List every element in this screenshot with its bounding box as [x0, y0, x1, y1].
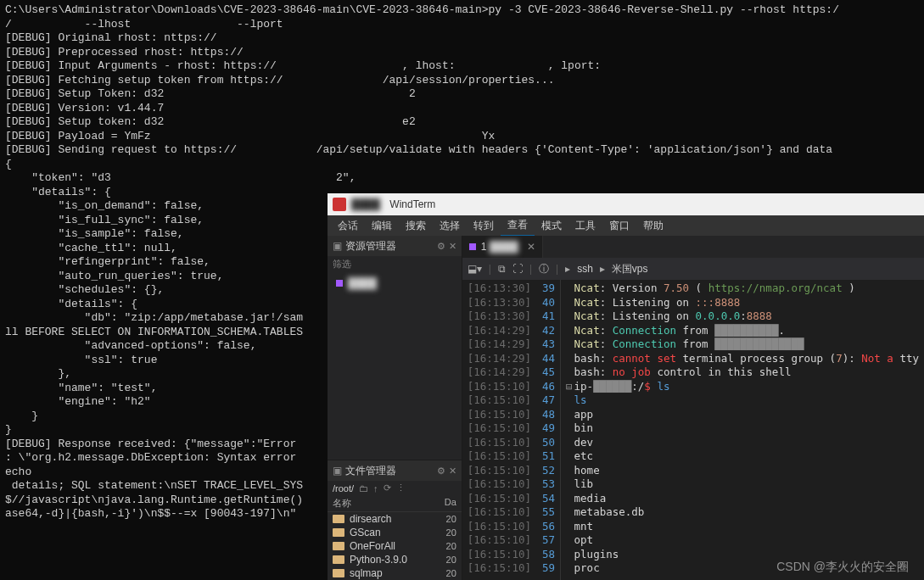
gutter-row: [16:14:29]42 [462, 324, 560, 338]
terminal-row: home [566, 464, 919, 478]
menu-item[interactable]: 模式 [535, 216, 568, 236]
folder-icon [333, 555, 344, 564]
file-row[interactable]: dirsearch20 [328, 512, 462, 526]
menu-item[interactable]: 编辑 [365, 216, 399, 236]
fold-icon[interactable]: ⊟ [566, 380, 574, 393]
file-manager-panel: ▣ 文件管理器 ⚙ ✕ /root/ 🗀 ↑ ⟳ ⋮ 名称 Da di [328, 460, 462, 580]
terminal-line: [DEBUG] Input Arguments - rhost: https:/… [5, 59, 919, 74]
terminal-line: [DEBUG] Preprocessed rhost: https:// [5, 46, 919, 60]
refresh-icon[interactable]: ⟳ [384, 482, 391, 494]
close-icon[interactable]: ✕ [449, 241, 456, 252]
terminal-row: ls [566, 393, 919, 408]
menu-item[interactable]: 工具 [568, 216, 602, 236]
col-date[interactable]: Da [445, 497, 456, 510]
gear-icon[interactable]: ⚙ [437, 241, 445, 252]
terminal-row: mnt [566, 520, 919, 534]
file-row[interactable]: Python-3.9.020 [328, 553, 462, 566]
windterm-window: ████ WindTerm 会话编辑搜索选择转到查看模式工具窗口帮助 ▣ 资源管… [328, 193, 924, 580]
tab-session[interactable]: 1 ████ ✕ [462, 236, 543, 258]
resource-panel-header: ▣ 资源管理器 ⚙ ✕ [328, 236, 462, 256]
resource-panel-title: 资源管理器 [345, 239, 396, 254]
terminal-line: [DEBUG] Setup Token: d32 2 [5, 87, 919, 102]
chevron-right-icon: ▸ [600, 263, 605, 275]
more-icon[interactable]: ⋮ [396, 482, 406, 494]
breadcrumb-host[interactable]: 米国vps [612, 262, 648, 276]
info-icon[interactable]: ⓘ [539, 262, 549, 276]
tab-dot-icon [469, 243, 476, 250]
resource-icon: ▣ [333, 240, 342, 252]
gear-icon[interactable]: ⚙ [437, 466, 445, 477]
terminal-line: [DEBUG] Setup token: d32 e2 [5, 115, 919, 130]
titlebar-host: ████ [351, 198, 380, 210]
gutter-row: [16:15:10]53 [462, 477, 560, 492]
terminal-row: opt [566, 533, 919, 548]
col-name[interactable]: 名称 [333, 497, 445, 510]
gutter-row: [16:15:10]50 [462, 436, 560, 450]
terminal-row: bin [566, 421, 919, 436]
file-date: 20 [446, 514, 456, 524]
new-window-icon[interactable]: ⧉ [498, 263, 506, 275]
terminal-row: proc [566, 561, 919, 576]
terminal-content[interactable]: Ncat: Version 7.50 ( https://nmap.org/nc… [561, 280, 924, 580]
menu-item[interactable]: 查看 [501, 215, 535, 237]
gutter-row: [16:13:30]40 [462, 296, 560, 310]
windterm-titlebar[interactable]: ████ WindTerm [328, 193, 924, 215]
menu-item[interactable]: 选择 [433, 216, 467, 236]
folder-icon [333, 515, 344, 523]
file-name: OneForAll [350, 540, 446, 552]
path-text[interactable]: /root/ [333, 483, 354, 494]
menu-item[interactable]: 转到 [467, 216, 501, 236]
windterm-menubar: 会话编辑搜索选择转到查看模式工具窗口帮助 [328, 215, 924, 236]
up-icon[interactable]: ↑ [373, 483, 378, 494]
filter-label[interactable]: 筛选 [328, 256, 462, 272]
windterm-toolbar: ⬓▾ | ⧉ ⛶ | ⓘ | ▸ ssh ▸ 米国vps [462, 258, 924, 280]
gutter-row: [16:15:10]46 [462, 380, 560, 394]
menu-item[interactable]: 搜索 [399, 216, 433, 236]
terminal-row: Ncat: Connection from ██████████. [566, 324, 919, 338]
menu-item[interactable]: 帮助 [636, 216, 670, 236]
menu-item[interactable]: 窗口 [602, 216, 636, 236]
file-panel-title: 文件管理器 [345, 464, 396, 478]
resource-item[interactable]: ████ [333, 276, 456, 291]
gutter-row: [16:15:10]55 [462, 505, 560, 520]
terminal-row: media [566, 492, 919, 506]
file-list-header: 名称 Da [328, 495, 462, 512]
windterm-main: 1 ████ ✕ ⬓▾ | ⧉ ⛶ | ⓘ | ▸ ssh ▸ 米国vps [462, 236, 924, 580]
file-name: sqlmap [350, 567, 446, 579]
folder-icon [333, 528, 344, 537]
menu-item[interactable]: 会话 [331, 216, 365, 236]
breadcrumb-ssh[interactable]: ssh [577, 263, 593, 275]
file-date: 20 [446, 541, 456, 551]
tab-index: 1 [481, 241, 487, 253]
terminal-line: [DEBUG] Version: v1.44.7 [5, 102, 919, 116]
windterm-logo-icon [333, 198, 346, 211]
windterm-sidebar: ▣ 资源管理器 ⚙ ✕ 筛选 ████ ▣ 文件管理器 ⚙ ✕ /root/ 🗀 [328, 236, 462, 580]
split-icon[interactable]: ⬓▾ [468, 263, 482, 275]
file-path-bar: /root/ 🗀 ↑ ⟳ ⋮ [328, 481, 462, 495]
gutter-row: [16:15:10]57 [462, 533, 560, 548]
terminal-line: [DEBUG] Original rhost: nttps:// [5, 31, 919, 46]
gutter-row: [16:15:10]52 [462, 464, 560, 478]
terminal-line: [DEBUG] Payload = YmFz Yx [5, 130, 919, 144]
gutter-row: [16:13:30]39 [462, 282, 560, 296]
fullscreen-icon[interactable]: ⛶ [512, 263, 523, 275]
terminal-row: Ncat: Listening on 0.0.0.0:8888 [566, 310, 919, 324]
folder-open-icon[interactable]: 🗀 [359, 483, 368, 494]
file-row[interactable]: OneForAll20 [328, 539, 462, 553]
gutter-row: [16:14:29]45 [462, 365, 560, 380]
terminal-row: plugins [566, 548, 919, 562]
gutter-row: [16:13:30]41 [462, 310, 560, 324]
gutter-row: [16:15:10]47 [462, 393, 560, 408]
file-row[interactable]: sqlmap20 [328, 566, 462, 580]
terminal-row: Ncat: Connection from ██████████████ [566, 337, 919, 352]
file-row[interactable]: GScan20 [328, 526, 462, 539]
gutter-row: [16:14:29]44 [462, 352, 560, 366]
terminal-row: metabase.db [566, 505, 919, 520]
terminal-gutter: [16:13:30]39[16:13:30]40[16:13:30]41[16:… [462, 280, 561, 580]
windterm-terminal[interactable]: [16:13:30]39[16:13:30]40[16:13:30]41[16:… [462, 280, 924, 580]
resource-label: ████ [348, 277, 377, 289]
terminal-line: [DEBUG] Sending request to https:// /api… [5, 143, 919, 158]
file-name: GScan [350, 527, 446, 538]
close-icon[interactable]: ✕ [449, 466, 456, 477]
close-icon[interactable]: ✕ [527, 241, 535, 253]
